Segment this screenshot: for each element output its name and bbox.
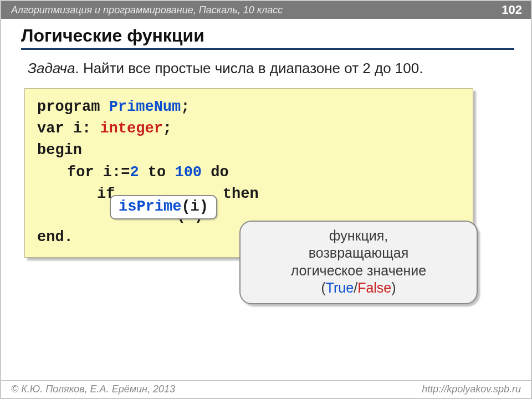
bubble-false: False [357, 280, 391, 295]
course-label: Алгоритмизация и программирование, Паска… [11, 4, 283, 16]
isprime-callout: isPrime(i) [110, 195, 217, 219]
code-number: 2 [130, 164, 139, 181]
bubble-line-1: функция, [252, 227, 466, 244]
code-text: var i: [37, 120, 100, 137]
bubble-paren: ) [391, 280, 396, 295]
code-text: program [37, 99, 109, 115]
code-line-1: program PrimeNum; [37, 96, 461, 118]
bubble-paren: ( [321, 280, 325, 295]
explanation-bubble: функция, возвращающая логическое значени… [239, 221, 478, 304]
code-text: do [202, 164, 229, 181]
code-type: integer [100, 120, 162, 137]
code-text: ; [163, 120, 172, 137]
callout-args: (i) [181, 198, 208, 215]
code-text: ; [181, 99, 190, 115]
code-text: to [139, 164, 175, 181]
header-bar: Алгоритмизация и программирование, Паска… [1, 1, 531, 19]
code-line-4: for i:=2 to 100 do [37, 162, 461, 183]
code-line-2: var i: integer; [37, 118, 461, 140]
task-body: . Найти все простые числа в диапазоне от… [75, 60, 423, 76]
bubble-line-2: возвращающая [252, 244, 466, 262]
page-title: Логические функции [21, 25, 531, 46]
callout-func: isPrime [119, 198, 181, 215]
task-label: Задача [28, 60, 75, 76]
code-ident: PrimeNum [109, 99, 181, 115]
code-line-5: if isPrime(i) then [37, 183, 461, 205]
slide: Алгоритмизация и программирование, Паска… [0, 0, 532, 399]
title-rule [21, 48, 514, 50]
task-text: Задача. Найти все простые числа в диапаз… [28, 59, 511, 78]
bubble-line-3: логическое значение [252, 262, 466, 279]
bubble-line-4: (True/False) [252, 279, 466, 296]
code-number: 100 [175, 164, 202, 181]
footer-url: http://kpolyakov.spb.ru [422, 383, 521, 395]
code-text: then [214, 186, 259, 202]
code-text: for i:= [67, 164, 130, 181]
code-line-3: begin [37, 140, 461, 161]
bubble-true: True [326, 280, 354, 295]
page-number: 102 [502, 3, 522, 17]
copyright: © К.Ю. Поляков, Е.А. Ерёмин, 2013 [11, 383, 175, 395]
footer-bar: © К.Ю. Поляков, Е.А. Ерёмин, 2013 http:/… [1, 380, 531, 398]
